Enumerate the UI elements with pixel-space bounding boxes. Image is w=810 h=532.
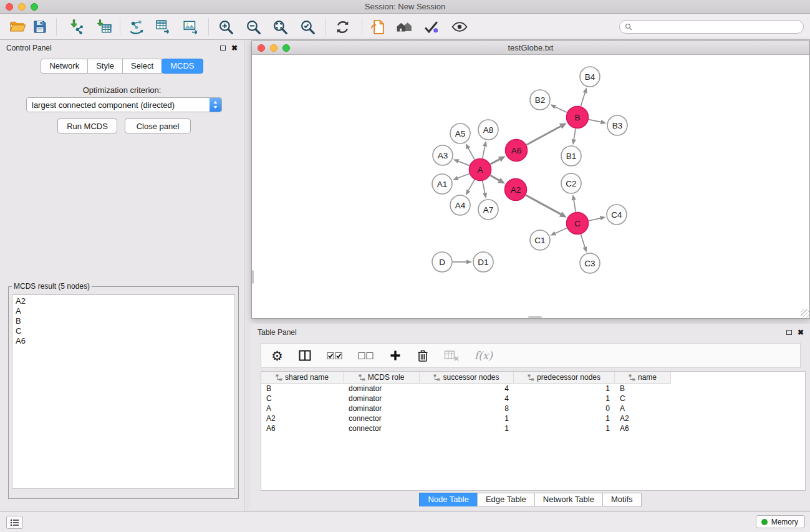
graph-node-A6[interactable]: A6: [506, 140, 528, 162]
run-mcds-button[interactable]: Run MCDS: [57, 118, 117, 133]
delete-column-button[interactable]: [417, 347, 429, 364]
close-table-panel-icon[interactable]: ✖: [798, 329, 804, 336]
edge-B-B4[interactable]: [581, 93, 585, 107]
close-panel-button[interactable]: Close panel: [125, 118, 191, 133]
tab-style[interactable]: Style: [87, 59, 123, 74]
export-table-button[interactable]: [153, 17, 173, 37]
zoom-out-button[interactable]: [243, 17, 263, 37]
graph-node-B4[interactable]: B4: [580, 67, 600, 87]
column-header-MCDS-role[interactable]: MCDS role: [344, 372, 420, 384]
select-all-button[interactable]: [327, 347, 343, 364]
graph-node-B1[interactable]: B1: [561, 146, 581, 166]
network-canvas[interactable]: B4B2BB3A8A5A6A3B1AC2A1A2A4A7C4CC1C3DD1: [252, 55, 809, 318]
mcds-result-item[interactable]: A2: [16, 296, 231, 306]
zoom-selected-button[interactable]: [297, 17, 317, 37]
mcds-result-item[interactable]: C: [16, 326, 231, 336]
table-settings-button[interactable]: ⚙: [271, 347, 283, 364]
edge-C-C4[interactable]: [589, 218, 600, 221]
float-panel-icon[interactable]: [220, 46, 226, 51]
zoom-in-button[interactable]: [216, 17, 236, 37]
edge-A-A1[interactable]: [458, 174, 469, 178]
search-input[interactable]: [635, 22, 798, 31]
import-network-button[interactable]: [65, 17, 85, 37]
table-row[interactable]: A6connector11A6: [261, 423, 805, 433]
graph-node-C1[interactable]: C1: [530, 230, 550, 250]
graph-node-B[interactable]: B: [567, 107, 589, 128]
table-row[interactable]: Cdominator41C: [261, 394, 805, 404]
save-session-button[interactable]: [30, 17, 50, 37]
graph-node-A1[interactable]: A1: [432, 174, 452, 194]
open-session-button[interactable]: [7, 17, 27, 37]
session-doc-button[interactable]: [368, 17, 388, 37]
edge-A2-C[interactable]: [526, 195, 561, 215]
graph-node-C4[interactable]: C4: [607, 205, 627, 225]
show-graphics-button[interactable]: [450, 17, 470, 37]
close-panel-icon[interactable]: ✖: [231, 44, 238, 52]
graph-node-A4[interactable]: A4: [450, 195, 470, 215]
graph-node-B2[interactable]: B2: [530, 90, 550, 110]
edge-B-B2[interactable]: [555, 107, 567, 112]
network-graph[interactable]: B4B2BB3A8A5A6A3B1AC2A1A2A4A7C4CC1C3DD1: [252, 55, 809, 318]
edge-B-B1[interactable]: [574, 128, 576, 139]
tab-network-table[interactable]: Network Table: [534, 493, 603, 506]
deselect-all-button[interactable]: [358, 347, 374, 364]
add-column-button[interactable]: [389, 347, 402, 364]
horizontal-scroll-indicator[interactable]: [528, 316, 542, 318]
resize-grip[interactable]: [801, 309, 809, 317]
graph-node-D[interactable]: D: [432, 252, 452, 272]
tab-mcds[interactable]: MCDS: [162, 59, 203, 74]
edge-A-A2[interactable]: [490, 175, 499, 180]
zoom-fit-button[interactable]: [270, 17, 290, 37]
column-header-predecessor-nodes[interactable]: predecessor nodes: [514, 372, 615, 384]
graph-node-C[interactable]: C: [567, 213, 589, 235]
graph-node-A[interactable]: A: [470, 159, 491, 181]
edge-A-A3[interactable]: [458, 162, 470, 166]
edge-B-B3[interactable]: [589, 120, 600, 122]
panel-menu-button[interactable]: [6, 516, 23, 529]
graph-node-A5[interactable]: A5: [450, 123, 470, 143]
edge-C-C2[interactable]: [574, 200, 576, 212]
tab-motifs[interactable]: Motifs: [602, 493, 642, 506]
column-header-shared-name[interactable]: shared name: [261, 372, 344, 384]
tab-network[interactable]: Network: [41, 59, 88, 74]
import-table-button[interactable]: [94, 17, 114, 37]
function-builder-button[interactable]: f(x): [475, 347, 493, 364]
export-network-button[interactable]: [127, 17, 147, 37]
graph-node-A2[interactable]: A2: [505, 179, 527, 201]
graph-node-C2[interactable]: C2: [561, 173, 581, 193]
edge-A-A8[interactable]: [483, 146, 485, 158]
home-button[interactable]: [394, 17, 414, 37]
graph-node-A8[interactable]: A8: [478, 120, 498, 140]
table-row[interactable]: Adominator80A: [261, 404, 805, 414]
edge-A-A5[interactable]: [468, 148, 475, 160]
vertical-scroll-indicator[interactable]: [252, 270, 254, 284]
column-header-successor-nodes[interactable]: successor nodes: [420, 372, 514, 384]
column-header-name[interactable]: name: [615, 372, 671, 384]
edge-A-A6[interactable]: [490, 159, 499, 164]
tab-select[interactable]: Select: [122, 59, 162, 74]
mcds-result-item[interactable]: A: [16, 306, 231, 316]
mcds-result-item[interactable]: B: [16, 316, 231, 326]
refresh-view-button[interactable]: [332, 17, 352, 37]
table-row[interactable]: A2connector11A2: [261, 414, 805, 423]
graph-node-D1[interactable]: D1: [473, 252, 493, 272]
export-image-button[interactable]: [181, 17, 201, 37]
criterion-dropdown[interactable]: largest connected component (directed): [26, 97, 222, 112]
edge-C-C3[interactable]: [581, 235, 585, 248]
delete-table-button[interactable]: [444, 347, 460, 364]
graph-node-B3[interactable]: B3: [607, 115, 627, 135]
graph-node-A7[interactable]: A7: [478, 200, 498, 220]
table-row[interactable]: Bdominator41B: [261, 384, 805, 394]
tab-edge-table[interactable]: Edge Table: [477, 493, 535, 506]
edge-A-A4[interactable]: [468, 180, 475, 190]
graph-node-C3[interactable]: C3: [580, 253, 600, 273]
memory-button[interactable]: Memory: [756, 515, 805, 528]
edge-A-A7[interactable]: [483, 181, 485, 193]
tab-node-table[interactable]: Node Table: [419, 493, 478, 506]
edge-C-C1[interactable]: [556, 228, 567, 233]
show-columns-button[interactable]: [298, 347, 312, 364]
search-box[interactable]: [619, 20, 804, 34]
edge-A6-B[interactable]: [526, 127, 561, 145]
mcds-result-item[interactable]: A6: [16, 336, 231, 346]
mcds-result-list[interactable]: A2ABCA6: [12, 294, 235, 489]
